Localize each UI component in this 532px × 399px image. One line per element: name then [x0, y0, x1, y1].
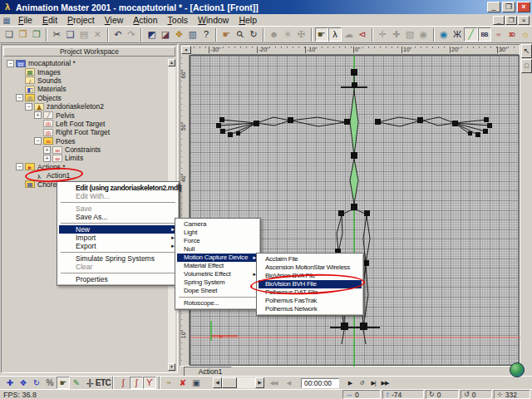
menu-item-new[interactable]: New► — [59, 225, 177, 234]
menubar-item-tools[interactable]: Tools — [163, 14, 194, 26]
dimension-3d-button[interactable]: 3D — [505, 27, 518, 42]
megaphone-button[interactable]: ⊲ — [356, 27, 369, 42]
tree-item-pelvis[interactable]: +╱Pelvis — [3, 111, 168, 119]
delete-keyframe-button[interactable]: ✘ — [176, 377, 190, 389]
menu-item-acclaim-file[interactable]: Acclaim File — [259, 255, 362, 264]
scale-mode-button[interactable]: ❖ — [17, 377, 30, 389]
bone-hand-button[interactable]: ☛ — [315, 27, 328, 42]
scrollbar-thumb[interactable] — [222, 377, 237, 388]
muscle-mode-button[interactable]: BB — [478, 27, 491, 42]
child-minimize-button[interactable]: _ — [493, 16, 505, 25]
new-button[interactable]: ❏ — [2, 27, 16, 42]
jump-end-button[interactable]: ▶▶ — [379, 377, 391, 388]
menu-item-rotoscope[interactable]: Rotoscope... — [177, 299, 259, 308]
bone-tool-button[interactable]: ╱ — [464, 27, 477, 42]
menu-item-light[interactable]: Light — [177, 229, 259, 237]
skeletal-figure-button[interactable]: ϒ — [143, 377, 156, 389]
mirror-mode-button[interactable]: % — [43, 377, 57, 389]
key-button[interactable]: ♀ — [491, 27, 505, 42]
menu-item-polhemus-network[interactable]: Polhemus Network — [259, 305, 362, 313]
menubar-item-window[interactable]: Window — [193, 14, 234, 26]
next-frame-button[interactable]: ▶| — [367, 377, 379, 388]
make-keyframe-button[interactable]: ♀ — [163, 377, 176, 389]
tree-expander[interactable]: − — [16, 94, 23, 101]
keyframe-skip-button[interactable]: -|- — [83, 377, 96, 389]
menu-item-dope-sheet[interactable]: Dope Sheet — [177, 287, 259, 295]
title-bar[interactable]: λ Animation Master 2001 - mocaptutorial … — [0, 0, 532, 14]
menu-item-properties[interactable]: Properties — [59, 275, 177, 283]
menu-item-force[interactable]: Force — [177, 237, 259, 245]
tree-item-actions[interactable]: −▸Actions * — [3, 163, 168, 171]
menu-item-polhemus-fastrak[interactable]: Polhemus FasTrak — [259, 297, 362, 305]
menu-item-camera[interactable]: Camera — [177, 220, 259, 229]
menu-item-polhemus-dat-file[interactable]: Polhemus DAT File — [259, 288, 362, 297]
tree-item-mocaptutorial[interactable]: −▤mocaptutorial * — [3, 59, 168, 67]
rotate-mode-button[interactable]: ↻ — [30, 377, 43, 389]
scroll-up-icon[interactable]: ▲ — [168, 59, 175, 66]
menu-item-biovision-bva-file[interactable]: BioVision BVA File — [259, 272, 362, 280]
menubar-item-action[interactable]: Action — [128, 14, 162, 26]
tree-expander[interactable]: − — [25, 103, 32, 111]
help-pointer-button[interactable]: ? — [200, 27, 213, 42]
zoom-tool-button[interactable]: ⚲ — [234, 27, 247, 42]
menu-item-export[interactable]: Export► — [59, 242, 177, 250]
tree-item-objects[interactable]: −◎Objects — [3, 94, 168, 102]
embed-all-button[interactable]: ❐ — [30, 27, 43, 42]
menu-item-ascension-motionstar-wireless[interactable]: Ascension MotionStar Wireless — [259, 264, 362, 272]
translate-mode-button[interactable]: ✚ — [3, 377, 17, 389]
restore-button[interactable]: ❐ — [502, 2, 515, 12]
minimize-button[interactable]: _ — [487, 2, 500, 12]
turn-button[interactable]: ↻ — [247, 27, 260, 42]
frame-scrollbar[interactable]: ◀▶ — [213, 377, 264, 388]
menu-item-biovision-bvh-file[interactable]: BioVision BVH File — [259, 280, 362, 288]
panel-title[interactable]: Project Workspace — [3, 47, 175, 57]
muscle-a-button[interactable]: ʃ — [116, 377, 130, 389]
menu-item-edit-using-zandoriaskeleton2-mdl[interactable]: Edit (using zandoriaskeleton2.mdl) — [59, 184, 177, 192]
menu-item-simulate-spring-systems[interactable]: Simulate Spring Systems — [59, 254, 177, 263]
muscle-b-button[interactable]: ʃ — [130, 377, 143, 389]
skeleton-mode-button[interactable]: Ж — [451, 27, 464, 42]
earth-button[interactable]: ◉ — [437, 27, 451, 42]
open-button[interactable]: ❒ — [16, 27, 29, 42]
menubar-item-view[interactable]: View — [100, 14, 129, 26]
tree-expander[interactable]: − — [34, 137, 42, 145]
model-library-button[interactable]: ◩ — [145, 27, 158, 42]
loop-button[interactable]: ↺ — [356, 377, 367, 388]
tree-item-zandoriaskeleton2[interactable]: −♟zandoriaskeleton2 — [3, 102, 168, 111]
tree-item-limits[interactable]: +∞Limits — [3, 154, 168, 162]
pointer-tool-button[interactable]: ↖ — [521, 44, 532, 58]
light-bulb-button[interactable]: ☼ — [519, 27, 532, 42]
child-restore-button[interactable]: ❐ — [505, 16, 517, 25]
add-bone-button[interactable]: ✎ — [70, 377, 83, 389]
cut-button[interactable]: ✂ — [50, 27, 63, 42]
menu-item-import[interactable]: Import► — [59, 234, 177, 242]
tree-item-materials[interactable]: ◧Materials — [3, 85, 168, 93]
tree-expander[interactable]: + — [34, 111, 42, 119]
tree-expander[interactable]: + — [43, 155, 51, 162]
tree-expander[interactable]: + — [43, 146, 51, 154]
pan-button[interactable]: ☛ — [219, 27, 233, 42]
child-close-button[interactable]: × — [518, 16, 530, 25]
panels-button[interactable]: ▥ — [186, 27, 200, 42]
tree-item-constraints[interactable]: +∞Constraints — [3, 145, 168, 154]
tree-item-right-foot-target[interactable]: ◎Right Foot Target — [3, 128, 168, 136]
tree-item-poses[interactable]: −∞Poses — [3, 137, 168, 145]
library-button[interactable]: ❖ — [172, 27, 185, 42]
scroll-down-icon[interactable]: ▼ — [168, 363, 175, 371]
action-library-button[interactable]: ◪ — [159, 27, 172, 42]
menubar-item-project[interactable]: Project — [62, 14, 100, 26]
frame-time-field[interactable]: 00:00:00 — [301, 378, 339, 388]
menu-item-null[interactable]: Null — [177, 245, 259, 254]
undo-button[interactable]: ↶ — [111, 27, 125, 42]
menubar-item-edit[interactable]: Edit — [37, 14, 62, 26]
etc-button[interactable]: ETC — [96, 377, 110, 389]
menubar-item-help[interactable]: Help — [234, 14, 262, 26]
screen-mode-button[interactable]: ▣ — [190, 377, 203, 389]
running-man-button[interactable]: λ — [328, 27, 342, 42]
menu-item-material-effect[interactable]: Material Effect — [177, 262, 259, 270]
viewport-canvas[interactable]: × — [190, 55, 520, 366]
child-window-icon[interactable]: ▦ — [0, 16, 13, 25]
bones-hand-button[interactable]: ☛ — [57, 377, 70, 389]
tree-expander[interactable]: − — [16, 163, 23, 170]
menu-item-volumetric-effect[interactable]: Volumetric Effect► — [177, 270, 259, 278]
